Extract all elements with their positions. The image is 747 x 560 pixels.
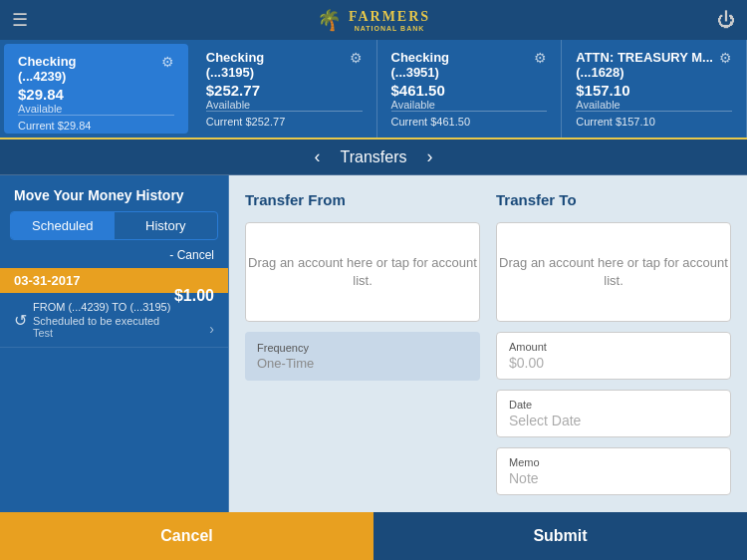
account-available-3: Available bbox=[576, 99, 713, 111]
gear-icon-3[interactable]: ⚙ bbox=[719, 50, 732, 66]
amount-field[interactable]: Amount $0.00 bbox=[496, 332, 731, 380]
gear-icon-2[interactable]: ⚙ bbox=[534, 50, 547, 66]
account-available-1: Available bbox=[206, 99, 265, 111]
account-balance-1: $252.77 bbox=[206, 82, 265, 99]
account-card-2[interactable]: Checking (...3951) $461.50 Available ⚙ C… bbox=[377, 40, 563, 138]
brand-name: FARMERS bbox=[349, 9, 430, 25]
memo-label: Memo bbox=[509, 456, 718, 468]
amount-label: Amount bbox=[509, 341, 718, 353]
transfer-note: Test bbox=[33, 327, 170, 339]
recur-icon: ↺ bbox=[14, 311, 27, 330]
transfers-nav-title: Transfers bbox=[341, 148, 407, 166]
account-current-2: Current $461.50 bbox=[391, 111, 548, 128]
sidebar-title: Move Your Money History bbox=[0, 175, 228, 211]
bottom-bar: Cancel Submit bbox=[0, 512, 747, 560]
power-icon[interactable]: ⏻ bbox=[717, 10, 735, 31]
transfer-item[interactable]: ↺ FROM (...4239) TO (...3195) Scheduled … bbox=[0, 293, 228, 348]
palm-icon: 🌴 bbox=[317, 8, 343, 32]
chevron-right-icon: › bbox=[209, 321, 214, 337]
memo-field[interactable]: Memo Note bbox=[496, 447, 731, 495]
account-current-1: Current $252.77 bbox=[206, 111, 363, 128]
account-balance-0: $29.84 bbox=[18, 86, 77, 103]
transfer-desc: Scheduled to be executed bbox=[33, 315, 170, 327]
brand-subtitle: NATIONAL BANK bbox=[349, 25, 430, 32]
transfers-prev-arrow[interactable]: ‹ bbox=[315, 146, 321, 167]
transfer-from-col: Transfer From Drag an account here or ta… bbox=[245, 191, 480, 496]
sidebar: Move Your Money History Scheduled Histor… bbox=[0, 175, 229, 512]
date-value: Select Date bbox=[509, 413, 718, 428]
transfer-from-title: Transfer From bbox=[245, 191, 480, 208]
frequency-box[interactable]: Frequency One-Time bbox=[245, 332, 480, 381]
account-available-0: Available bbox=[18, 103, 77, 115]
frequency-value: One-Time bbox=[257, 356, 468, 371]
frequency-label: Frequency bbox=[257, 342, 468, 354]
transfer-to-title: Transfer To bbox=[496, 191, 731, 208]
tab-scheduled[interactable]: Scheduled bbox=[11, 212, 115, 239]
app-title: 🌴 FARMERS NATIONAL BANK bbox=[317, 8, 430, 32]
account-balance-3: $157.10 bbox=[576, 82, 713, 99]
account-card-0[interactable]: Checking (...4239) $29.84 Available ⚙ Cu… bbox=[4, 44, 188, 134]
account-balance-2: $461.50 bbox=[391, 82, 450, 99]
cancel-button[interactable]: Cancel bbox=[0, 512, 374, 560]
account-card-1[interactable]: Checking (...3195) $252.77 Available ⚙ C… bbox=[192, 40, 377, 138]
transfer-from-drop-zone[interactable]: Drag an account here or tap for account … bbox=[245, 222, 480, 322]
account-current-0: Current $29.84 bbox=[18, 115, 174, 132]
date-label: Date bbox=[509, 399, 718, 411]
account-name-3: ATTN: TREASURY M... bbox=[576, 50, 713, 65]
amount-value: $0.00 bbox=[509, 355, 718, 371]
account-available-2: Available bbox=[391, 99, 450, 111]
memo-value: Note bbox=[509, 470, 718, 486]
account-id-3: (...1628) bbox=[576, 65, 713, 80]
gear-icon-0[interactable]: ⚙ bbox=[161, 54, 174, 70]
account-name-0: Checking bbox=[18, 54, 77, 69]
account-current-3: Current $157.10 bbox=[576, 111, 732, 128]
accounts-bar: Checking (...4239) $29.84 Available ⚙ Cu… bbox=[0, 40, 747, 140]
menu-icon[interactable]: ☰ bbox=[12, 9, 28, 31]
transfers-nav: ‹ Transfers › bbox=[0, 140, 747, 175]
account-card-3[interactable]: ATTN: TREASURY M... (...1628) $157.10 Av… bbox=[562, 40, 747, 138]
account-id-1: (...3195) bbox=[206, 65, 265, 80]
app-header: ☰ 🌴 FARMERS NATIONAL BANK ⏻ bbox=[0, 0, 747, 40]
account-name-2: Checking bbox=[391, 50, 450, 65]
transfer-to-drop-zone[interactable]: Drag an account here or tap for account … bbox=[496, 222, 731, 322]
tab-history[interactable]: History bbox=[115, 212, 218, 239]
gear-icon-1[interactable]: ⚙ bbox=[350, 50, 363, 66]
cancel-link[interactable]: - Cancel bbox=[0, 248, 228, 268]
transfers-next-arrow[interactable]: › bbox=[426, 146, 432, 167]
account-id-0: (...4239) bbox=[18, 69, 77, 84]
account-id-2: (...3951) bbox=[391, 65, 450, 80]
main-content: Move Your Money History Scheduled Histor… bbox=[0, 175, 747, 512]
transfer-amount: $1.00 bbox=[174, 287, 214, 305]
transfer-to-col: Transfer To Drag an account here or tap … bbox=[496, 191, 731, 496]
transfer-area: Transfer From Drag an account here or ta… bbox=[229, 175, 747, 512]
account-name-1: Checking bbox=[206, 50, 265, 65]
transfer-columns: Transfer From Drag an account here or ta… bbox=[229, 175, 747, 512]
submit-button[interactable]: Submit bbox=[374, 512, 747, 560]
sidebar-tabs: Scheduled History bbox=[10, 211, 218, 240]
transfer-from-label: FROM (...4239) TO (...3195) bbox=[33, 301, 170, 313]
date-field[interactable]: Date Select Date bbox=[496, 390, 731, 437]
